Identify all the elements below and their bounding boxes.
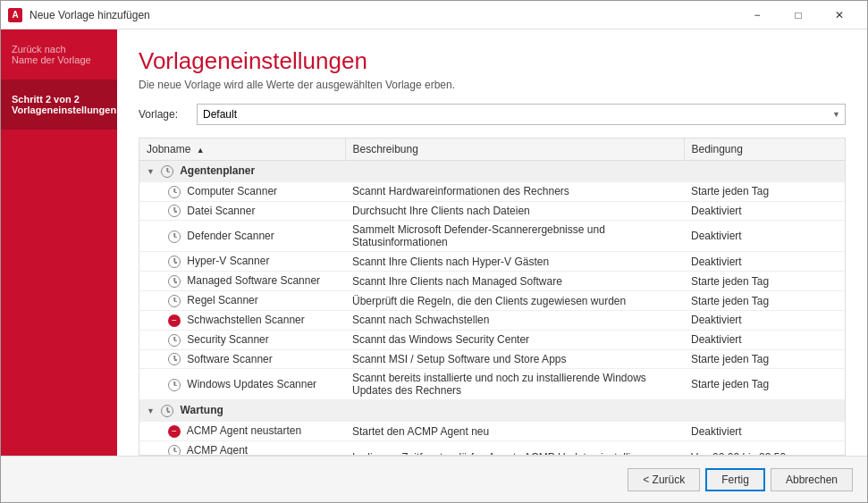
sidebar: Zurück nachName der Vorlage Schritt 2 vo… [1,29,117,456]
window-title: Neue Vorlage hinzufügen [29,9,729,21]
clock-icon [168,256,181,268]
close-button[interactable]: ✕ [819,1,860,29]
table-row[interactable]: Computer Scanner Scannt Hardwareinformat… [139,181,845,201]
jobs-table: Jobname ▲ Beschreibung Bedingung [139,138,845,456]
table-header-row: Jobname ▲ Beschreibung Bedingung [139,138,845,161]
clock-icon [168,353,181,365]
job-cond-cell: Deaktiviert [684,252,845,272]
table-row[interactable]: − Schwachstellen Scanner Scannt nach Sch… [139,310,845,330]
clock-icon [168,379,181,391]
job-desc-cell: Scannt Hardwareinformationen des Rechner… [345,181,684,201]
sidebar-step-1[interactable]: Zurück nachName der Vorlage [1,29,117,80]
job-desc-cell: Sammelt Microsoft Defender-Scannerergebn… [345,221,684,252]
job-name: Windows Updates Scanner [187,378,316,390]
job-desc-cell: Scannt Ihre Clients nach Managed Softwar… [345,272,684,291]
clock-icon [161,165,173,178]
job-name: Computer Scanner [187,185,277,197]
minus-icon: − [168,314,181,327]
content-area: Zurück nachName der Vorlage Schritt 2 vo… [1,29,867,456]
minimize-button[interactable]: − [737,1,778,29]
sidebar-step-2[interactable]: Schritt 2 von 2Vorlageneinstellungen [1,80,117,130]
window-controls: − □ ✕ [737,1,860,29]
job-name: Datei Scanner [187,205,255,217]
job-name: Security Scanner [187,333,268,346]
table-row[interactable]: Regel Scanner Überprüft die Regeln, die … [139,291,845,311]
table-row[interactable]: Datei Scanner Durchsucht Ihre Clients na… [139,201,845,221]
job-name-cell: Windows Updates Scanner [139,369,345,400]
job-cond-cell: Starte jeden Tag [684,291,845,311]
group-row: ▼ Agentenplaner [139,161,845,182]
vorlage-label: Vorlage: [139,108,188,121]
clock-icon [168,295,181,307]
job-cond-cell: Starte jeden Tag [684,181,845,201]
job-name-cell: Managed Software Scanner [139,272,345,291]
job-name-cell: Security Scanner [139,330,345,349]
job-name-cell: Hyper-V Scanner [139,252,345,272]
job-name-cell: Datei Scanner [139,201,345,221]
table-row[interactable]: Security Scanner Scannt das Windows Secu… [139,330,845,349]
job-cond-cell: Deaktiviert [684,310,845,330]
group-name: Wartung [181,404,223,416]
clock-icon [168,334,181,347]
table-row[interactable]: Hyper-V Scanner Scannt Ihre Clients nach… [139,252,845,272]
clock-icon [168,205,181,217]
job-name-cell: Defender Scanner [139,221,345,252]
job-name-cell: − ACMP Agent neustarten [139,422,345,441]
job-desc-cell: Scannt MSI / Setup Software und Store Ap… [345,349,684,369]
col-header-jobname[interactable]: Jobname ▲ [139,138,345,161]
table-row[interactable]: − ACMP Agent neustarten Startet den ACMP… [139,422,845,441]
clock-icon [168,186,181,198]
table-row[interactable]: ACMP Agent Update-/Installation… In dies… [139,441,845,456]
job-name: Defender Scanner [187,230,274,242]
job-name: Hyper-V Scanner [187,255,269,267]
job-desc-cell: Durchsucht Ihre Clients nach Dateien [345,201,684,221]
minus-icon: − [168,425,181,438]
job-name: Managed Software Scanner [187,274,320,287]
clock-icon [161,405,173,417]
job-desc-cell: In diesem Zeitfenster dürfen Agents ACMP… [345,441,684,456]
group-name: Agentenplaner [180,164,255,177]
job-name-cell: Regel Scanner [139,291,345,311]
job-name: Software Scanner [187,353,272,365]
job-desc-cell: Scannt nach Schwachstellen [345,310,684,330]
job-desc-cell: Scannt Ihre Clients nach Hyper-V Gästen [345,252,684,272]
col-header-beschreibung[interactable]: Beschreibung [345,138,684,161]
table-row[interactable]: Defender Scanner Sammelt Microsoft Defen… [139,221,845,252]
table-row[interactable]: Managed Software Scanner Scannt Ihre Cli… [139,272,845,291]
job-name-cell: ACMP Agent Update-/Installation… [139,441,345,456]
main-content: Vorlageneinstellungen Die neue Vorlage w… [117,29,867,456]
job-cond-cell: Starte jeden Tag [684,272,845,291]
job-cond-cell: Starte jeden Tag [684,349,845,369]
page-subtitle: Die neue Vorlage wird alle Werte der aus… [139,79,846,91]
table-row[interactable]: Software Scanner Scannt MSI / Setup Soft… [139,349,845,369]
job-name: ACMP Agent neustarten [187,424,302,437]
sort-arrow-icon: ▲ [197,146,205,155]
job-cond-cell: Starte jeden Tag [684,369,845,400]
job-name: Schwachstellen Scanner [187,314,304,326]
job-cond-cell: Deaktiviert [684,201,845,221]
table-row[interactable]: Windows Updates Scanner Scannt bereits i… [139,369,845,400]
job-cond-cell: Deaktiviert [684,330,845,349]
chevron-icon: ▼ [147,407,155,415]
job-name-cell: − Schwachstellen Scanner [139,310,345,330]
job-desc-cell: Startet den ACMP Agent neu [345,422,684,441]
maximize-button[interactable]: □ [778,1,819,29]
job-cond-cell: Von 00:00 bis 23:59 [684,441,845,456]
back-button[interactable]: < Zurück [628,468,700,491]
vorlage-row: Vorlage: Default [139,104,846,125]
job-cond-cell: Deaktiviert [684,221,845,252]
jobs-table-container: Jobname ▲ Beschreibung Bedingung [139,138,846,456]
job-desc-cell: Scannt das Windows Security Center [345,330,684,349]
clock-icon [168,445,181,456]
cancel-button[interactable]: Abbrechen [771,468,853,491]
finish-button[interactable]: Fertig [705,468,765,491]
main-window: A Neue Vorlage hinzufügen − □ ✕ Zurück n… [0,0,868,503]
clock-icon [168,231,181,243]
vorlage-select[interactable]: Default [197,104,846,125]
group-row: ▼ Wartung [139,400,845,422]
col-header-bedingung[interactable]: Bedingung [684,138,845,161]
job-name: ACMP Agent Update-/Installation… [168,444,271,456]
job-desc-cell: Überprüft die Regeln, die den Clients zu… [345,291,684,311]
job-name-cell: Computer Scanner [139,181,345,201]
app-icon: A [8,8,22,22]
